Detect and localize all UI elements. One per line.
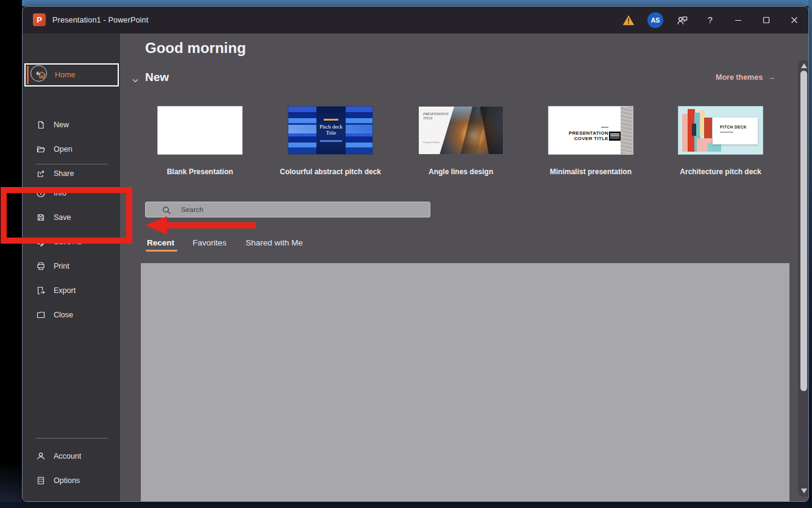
active-tab-underline xyxy=(146,250,177,252)
share-icon xyxy=(36,169,46,178)
sidebar-item-label: Close xyxy=(54,311,73,319)
scrollbar-up-arrow[interactable] xyxy=(798,61,809,71)
building-block-art xyxy=(708,143,721,152)
window-title: Presentation1 - PowerPoint xyxy=(52,7,148,34)
template-label[interactable]: Architecture pitch deck xyxy=(660,168,782,176)
sidebar-item-save-as[interactable]: Save As xyxy=(23,230,120,254)
cover-title-line2: COVER TITLE xyxy=(574,136,608,141)
open-folder-icon xyxy=(36,144,46,154)
sidebar-item-open[interactable]: Open xyxy=(23,137,120,161)
sidebar-item-label: Print xyxy=(54,262,69,270)
subtitle-line-art xyxy=(720,132,733,133)
right-arrow-icon: → xyxy=(767,73,775,82)
sidebar-item-options[interactable]: Options xyxy=(23,468,120,493)
backstage-sidebar: Home New Open Share Info Save Save As xyxy=(23,34,120,502)
more-themes-link[interactable]: More themes → xyxy=(716,73,775,82)
greeting-heading: Good morning xyxy=(145,40,246,57)
sidebar-item-export[interactable]: Export xyxy=(23,278,120,303)
template-colourful-abstract[interactable]: Pitch deck Title xyxy=(288,106,373,155)
scrollbar-thumb[interactable] xyxy=(800,71,807,391)
black-box-art xyxy=(609,132,621,141)
sidebar-item-new[interactable]: New xyxy=(23,113,120,137)
texture-strip-art xyxy=(621,107,633,155)
sidebar-item-label: New xyxy=(54,121,69,129)
sidebar-item-label: Account xyxy=(54,452,81,460)
template-minimalist[interactable]: PRESENTATIONCOVER TITLE xyxy=(548,106,633,155)
sidebar-item-label: Save xyxy=(54,213,71,222)
template-architecture[interactable]: PITCH DECK xyxy=(678,106,763,155)
save-as-icon xyxy=(36,237,46,247)
print-icon xyxy=(36,261,46,271)
chevron-down-icon[interactable] xyxy=(131,76,140,87)
white-card-art xyxy=(713,118,758,144)
thumb-title-text: PRESENTATIONCOVER TITLE xyxy=(554,131,608,141)
thumb-title-text: PRESENTATION TITLE xyxy=(423,112,450,121)
powerpoint-window: P Presentation1 - PowerPoint AS ? xyxy=(22,6,809,502)
save-icon xyxy=(36,213,46,222)
sidebar-item-save[interactable]: Save xyxy=(23,205,120,230)
sidebar-item-label: Save As xyxy=(54,238,82,246)
desktop-left-strip xyxy=(0,0,22,502)
more-themes-label: More themes xyxy=(716,73,763,82)
scrollbar[interactable] xyxy=(798,60,809,497)
sidebar-item-label: Info xyxy=(54,189,66,197)
help-icon[interactable]: ? xyxy=(701,11,719,29)
close-file-icon xyxy=(36,310,46,320)
desktop-top-strip xyxy=(22,0,812,6)
sidebar-item-print[interactable]: Print xyxy=(23,254,120,278)
accent-bar-art xyxy=(324,119,338,121)
sidebar-item-label: Share xyxy=(54,169,74,178)
new-section-heading: New xyxy=(145,71,169,84)
export-icon xyxy=(36,286,46,295)
building-block-art xyxy=(692,124,696,136)
sidebar-item-label: Options xyxy=(54,476,80,485)
home-icon xyxy=(37,70,47,80)
close-button[interactable] xyxy=(785,11,803,29)
sidebar-item-home[interactable]: Home xyxy=(24,63,119,86)
thumb-subtitle-text: Proposal Name xyxy=(423,141,447,144)
thumb-title-text: Pitch deck Title xyxy=(316,124,346,136)
titlebar: P Presentation1 - PowerPoint AS ? xyxy=(23,7,808,34)
tab-recent[interactable]: Recent xyxy=(147,238,174,247)
account-avatar[interactable]: AS xyxy=(647,12,663,28)
maximize-button[interactable] xyxy=(757,11,775,29)
search-box[interactable] xyxy=(145,202,430,217)
tab-shared-with-me[interactable]: Shared with Me xyxy=(246,238,303,247)
sidebar-item-info[interactable]: Info xyxy=(23,181,120,205)
template-label[interactable]: Blank Presentation xyxy=(139,168,261,176)
template-label[interactable]: Angle lines design xyxy=(400,168,522,176)
scrollbar-down-arrow[interactable] xyxy=(798,486,809,496)
template-label[interactable]: Colourful abstract pitch deck xyxy=(269,168,391,176)
template-blank-presentation[interactable] xyxy=(157,106,243,155)
sidebar-item-close[interactable]: Close xyxy=(23,303,120,327)
desktop-bottom-strip xyxy=(0,502,812,508)
sidebar-divider xyxy=(35,164,109,164)
template-angle-lines[interactable]: PRESENTATION TITLE Proposal Name xyxy=(418,106,504,155)
tab-favorites[interactable]: Favorites xyxy=(193,238,227,247)
recent-files-panel xyxy=(141,263,789,502)
powerpoint-app-icon: P xyxy=(33,13,46,26)
new-document-icon xyxy=(36,120,46,130)
sidebar-item-label: Home xyxy=(55,71,75,79)
thumb-title-text: PITCH DECK xyxy=(720,125,747,129)
options-icon xyxy=(36,476,46,485)
subtitle-bar-art xyxy=(320,140,342,142)
info-icon xyxy=(36,188,46,198)
template-label[interactable]: Minimalist presentation xyxy=(530,168,652,176)
sidebar-divider xyxy=(35,438,109,439)
sidebar-item-account[interactable]: Account xyxy=(23,444,120,468)
small-mark-art xyxy=(601,127,608,128)
sidebar-item-label: Export xyxy=(54,286,76,295)
search-input[interactable] xyxy=(181,202,422,217)
warning-icon[interactable] xyxy=(619,11,638,29)
search-icon xyxy=(162,205,172,216)
account-icon xyxy=(36,451,46,461)
feedback-icon[interactable] xyxy=(673,11,691,29)
minimize-button[interactable] xyxy=(729,11,747,29)
sidebar-item-label: Open xyxy=(54,145,73,153)
